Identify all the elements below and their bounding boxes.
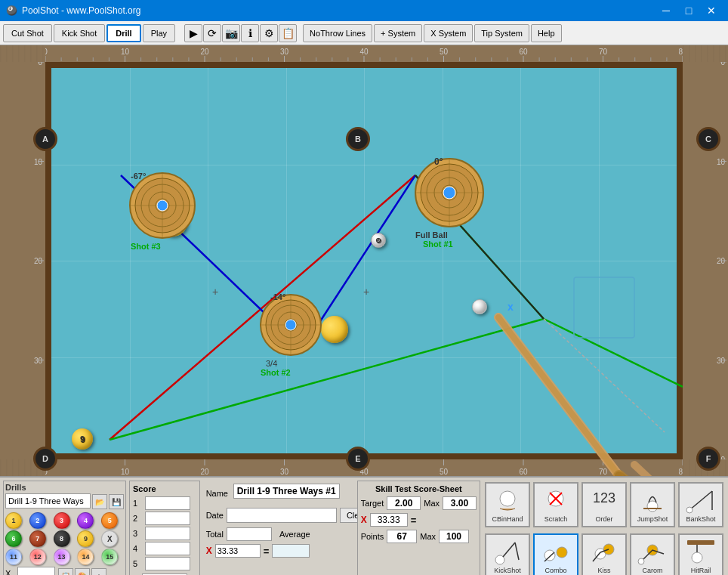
ball-shot2: [321, 316, 348, 343]
crosshair-2: +: [363, 286, 369, 298]
max-input-1[interactable]: [443, 496, 477, 510]
ball-btn-15[interactable]: 15: [101, 549, 118, 565]
x-marker: x: [507, 301, 514, 313]
plus-system-button[interactable]: + System: [374, 24, 422, 42]
score-input-5[interactable]: [145, 557, 190, 570]
ball-btn-1[interactable]: 1: [5, 512, 22, 529]
bank-shot-icon[interactable]: BankShot: [678, 482, 723, 527]
bank-shot-label: BankShot: [686, 515, 715, 523]
cb-in-hand-icon[interactable]: CBinHand: [485, 482, 530, 527]
skill-equals: =: [411, 515, 417, 526]
camera-icon-button[interactable]: 📷: [222, 24, 240, 42]
svg-rect-58: [687, 540, 714, 545]
ball-btn-3[interactable]: 3: [54, 512, 70, 529]
ball-btn-6[interactable]: 6: [5, 530, 22, 547]
drill-name-input[interactable]: [5, 493, 91, 509]
kiss-label: Kiss: [597, 567, 610, 574]
scratch-icon[interactable]: Scratch: [533, 482, 578, 527]
score-input-4[interactable]: [145, 542, 190, 555]
hit-rail-label: HitRail: [691, 567, 711, 574]
toolbar: Cut Shot Kick Shot Drill Play ▶ ⟳ 📷 ℹ ⚙ …: [0, 21, 728, 45]
pool-table-area[interactable]: A B C D E F 0° Full Ball Shot #1: [0, 45, 728, 476]
ball-btn-13[interactable]: 13: [54, 549, 70, 565]
play-icon-button[interactable]: ▶: [184, 24, 202, 42]
points-input[interactable]: [387, 530, 417, 543]
ball-btn-14[interactable]: 14: [77, 549, 94, 565]
score-input-3[interactable]: [145, 527, 190, 540]
score-row-4-num: 4: [133, 544, 142, 553]
ball-btn-9[interactable]: 9: [77, 530, 94, 547]
settings-icon-button[interactable]: ⚙: [260, 24, 278, 42]
pocket-c: C: [696, 127, 720, 151]
ball-btn-7[interactable]: 7: [29, 530, 46, 547]
total-input[interactable]: [227, 527, 272, 541]
combo-icon[interactable]: Combo: [533, 533, 578, 575]
play-button[interactable]: Play: [143, 24, 175, 42]
avg-result-input[interactable]: [272, 544, 310, 558]
svg-text:123: 123: [593, 490, 615, 505]
drill-button[interactable]: Drill: [106, 24, 140, 42]
minimize-button[interactable]: ─: [656, 2, 677, 19]
order-label: Order: [595, 515, 612, 523]
pocket-f: F: [696, 447, 720, 471]
combo-label: Combo: [544, 567, 566, 574]
x-label: X: [5, 569, 14, 575]
x-input[interactable]: [17, 567, 55, 575]
order-icon[interactable]: 123 Order: [581, 482, 627, 527]
info-icon-button[interactable]: ℹ: [241, 24, 259, 42]
ball-btn-4[interactable]: 4: [77, 512, 94, 529]
carom-icon[interactable]: Carom: [630, 533, 675, 575]
date-label: Date: [206, 511, 224, 520]
no-throw-button[interactable]: NoThrow Lines: [303, 24, 372, 42]
shot3-indicator: -67° Shot #3: [127, 170, 199, 244]
carom-label: Carom: [642, 567, 662, 574]
x-system-button[interactable]: X System: [424, 24, 473, 42]
refresh-icon-button[interactable]: ⟳: [203, 24, 221, 42]
maximize-button[interactable]: □: [678, 2, 699, 19]
svg-point-59: [692, 552, 702, 563]
open-drill-button[interactable]: 📂: [92, 494, 107, 509]
skill-test-section: Skill Test Score-Sheet Target Max X = Po…: [357, 481, 480, 575]
svg-point-32: [285, 320, 296, 330]
pocket-b: B: [346, 127, 370, 151]
cut-shot-button[interactable]: Cut Shot: [3, 24, 52, 42]
drill-icon-2[interactable]: 🎨: [75, 568, 90, 575]
max-input-2[interactable]: [439, 530, 469, 543]
drills-section: Drills 📂 💾 1 2 3 4 5 6 7 8 9 X 11 12 13 …: [3, 481, 126, 575]
svg-rect-8: [574, 277, 634, 338]
bottom-panel: Drills 📂 💾 1 2 3 4 5 6 7 8 9 X 11 12 13 …: [0, 476, 728, 575]
drill-icon-1[interactable]: 📋: [58, 568, 73, 575]
drill-icon-3[interactable]: ↑: [91, 568, 106, 575]
avg-x-input[interactable]: [215, 544, 261, 558]
kick-shot-icon-box[interactable]: KickShot: [485, 533, 530, 575]
drill-full-name: Drill 1-9 Three Ways #1: [233, 484, 340, 499]
svg-point-43: [647, 501, 658, 512]
score-input-2[interactable]: [145, 512, 190, 525]
ball-9: 9: [72, 428, 93, 450]
skill-test-title: Skill Test Score-Sheet: [361, 484, 477, 493]
save-drill-button[interactable]: 💾: [109, 494, 124, 509]
ball-grid: 1 2 3 4 5 6 7 8 9 X 11 12 13 14 15: [5, 512, 124, 565]
scratch-label: Scratch: [544, 515, 568, 523]
ball-btn-x[interactable]: X: [101, 530, 118, 547]
points-label: Points: [361, 532, 384, 541]
jump-shot-icon[interactable]: JumpShot: [630, 482, 675, 527]
target-input[interactable]: [387, 496, 421, 510]
score-input-1[interactable]: [145, 496, 190, 510]
tip-system-button[interactable]: Tip System: [474, 24, 529, 42]
ball-btn-11[interactable]: 11: [5, 549, 22, 565]
ball-btn-12[interactable]: 12: [29, 549, 46, 565]
ball-btn-8[interactable]: 8: [54, 530, 70, 547]
kiss-icon[interactable]: Kiss: [581, 533, 627, 575]
pocket-a: A: [33, 127, 57, 151]
ball-btn-2[interactable]: 2: [29, 512, 46, 529]
kick-shot-button[interactable]: Kick Shot: [54, 24, 105, 42]
help-button[interactable]: Help: [531, 24, 562, 42]
skill-x-input[interactable]: [370, 513, 408, 527]
hit-rail-icon[interactable]: HitRail: [678, 533, 723, 575]
clipboard-icon-button[interactable]: 📋: [279, 24, 297, 42]
date-input[interactable]: [227, 508, 337, 523]
ball-btn-5[interactable]: 5: [101, 512, 118, 529]
close-button[interactable]: ✕: [701, 2, 722, 19]
score-row-2-num: 2: [133, 514, 142, 523]
